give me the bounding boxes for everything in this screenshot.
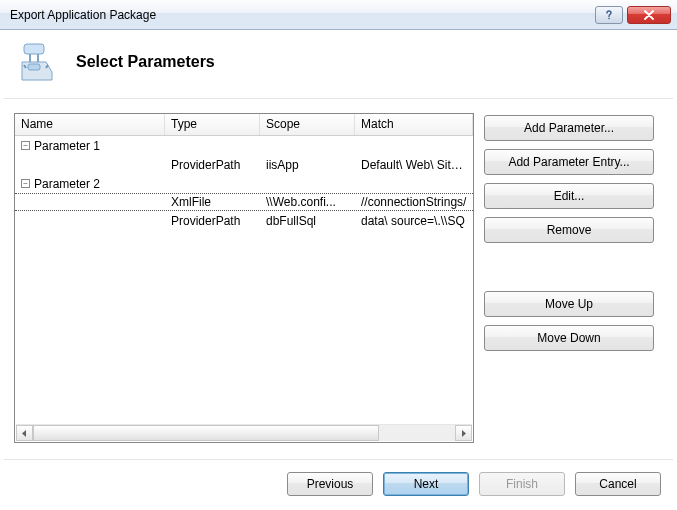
table-row[interactable]: − Parameter 2 — [15, 174, 473, 193]
main-content: Name Type Scope Match − Parameter 1 Prov… — [0, 99, 677, 451]
parameters-table[interactable]: Name Type Scope Match − Parameter 1 Prov… — [14, 113, 474, 443]
window-buttons — [595, 6, 671, 24]
scroll-track[interactable] — [33, 425, 455, 441]
scroll-thumb[interactable] — [33, 425, 379, 441]
close-icon — [643, 10, 655, 20]
chevron-left-icon — [21, 430, 28, 437]
scroll-left-button[interactable] — [16, 425, 33, 441]
column-header-scope[interactable]: Scope — [260, 114, 355, 135]
cell-scope: \\Web.confi... — [260, 194, 355, 210]
cell-match: data\ source=\.\\SQ — [355, 213, 473, 229]
cell-match: Default\ Web\ Site/M — [355, 157, 473, 173]
svg-rect-2 — [28, 64, 40, 70]
cancel-button[interactable]: Cancel — [575, 472, 661, 496]
svg-point-0 — [608, 17, 610, 19]
package-icon — [16, 40, 60, 84]
column-header-name[interactable]: Name — [15, 114, 165, 135]
add-parameter-entry-label: Add Parameter Entry... — [508, 155, 629, 169]
cell-match: //connectionStrings/ — [355, 194, 473, 210]
move-up-button[interactable]: Move Up — [484, 291, 654, 317]
edit-label: Edit... — [554, 189, 585, 203]
chevron-right-icon — [460, 430, 467, 437]
wizard-header: Select Parameters — [0, 30, 677, 98]
table-header: Name Type Scope Match — [15, 114, 473, 136]
row-name: Parameter 2 — [34, 177, 100, 191]
cell-type: XmlFile — [165, 194, 260, 210]
cancel-label: Cancel — [599, 477, 636, 491]
window-title: Export Application Package — [6, 8, 595, 22]
column-header-type[interactable]: Type — [165, 114, 260, 135]
next-button[interactable]: Next — [383, 472, 469, 496]
table-row[interactable]: ProviderPath iisApp Default\ Web\ Site/M — [15, 155, 473, 174]
side-panel: Add Parameter... Add Parameter Entry... … — [484, 113, 654, 443]
add-parameter-entry-button[interactable]: Add Parameter Entry... — [484, 149, 654, 175]
wizard-footer: Previous Next Finish Cancel — [0, 460, 677, 496]
move-down-label: Move Down — [537, 331, 600, 345]
previous-label: Previous — [307, 477, 354, 491]
row-name: Parameter 1 — [34, 139, 100, 153]
title-bar: Export Application Package — [0, 0, 677, 30]
horizontal-scrollbar[interactable] — [16, 424, 472, 441]
add-parameter-button[interactable]: Add Parameter... — [484, 115, 654, 141]
scroll-right-button[interactable] — [455, 425, 472, 441]
cell-type: ProviderPath — [165, 213, 260, 229]
svg-rect-1 — [24, 44, 44, 54]
table-row[interactable]: XmlFile \\Web.confi... //connectionStrin… — [15, 193, 473, 211]
add-parameter-label: Add Parameter... — [524, 121, 614, 135]
table-body: − Parameter 1 ProviderPath iisApp Defaul… — [15, 136, 473, 230]
cell-scope: dbFullSql — [260, 213, 355, 229]
help-button[interactable] — [595, 6, 623, 24]
previous-button[interactable]: Previous — [287, 472, 373, 496]
next-label: Next — [414, 477, 439, 491]
page-title: Select Parameters — [76, 53, 215, 71]
collapse-icon[interactable]: − — [21, 141, 30, 150]
edit-button[interactable]: Edit... — [484, 183, 654, 209]
collapse-icon[interactable]: − — [21, 179, 30, 188]
remove-button[interactable]: Remove — [484, 217, 654, 243]
finish-button: Finish — [479, 472, 565, 496]
cell-type: ProviderPath — [165, 157, 260, 173]
cell-scope: iisApp — [260, 157, 355, 173]
help-icon — [604, 10, 614, 20]
table-row[interactable]: − Parameter 1 — [15, 136, 473, 155]
finish-label: Finish — [506, 477, 538, 491]
move-down-button[interactable]: Move Down — [484, 325, 654, 351]
table-row[interactable]: ProviderPath dbFullSql data\ source=\.\\… — [15, 211, 473, 230]
column-header-match[interactable]: Match — [355, 114, 473, 135]
remove-label: Remove — [547, 223, 592, 237]
move-up-label: Move Up — [545, 297, 593, 311]
close-button[interactable] — [627, 6, 671, 24]
